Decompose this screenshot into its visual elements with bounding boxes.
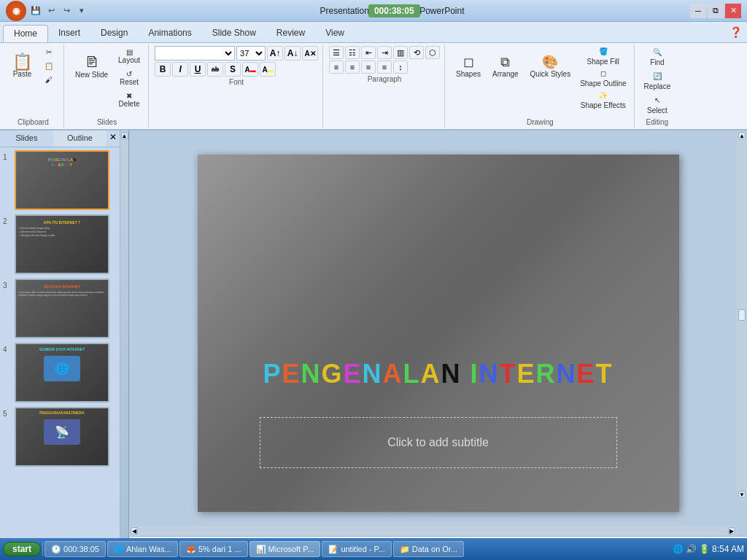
taskbar-item-browser1[interactable]: 🌐 Ahlan Was...	[107, 541, 178, 557]
decrease-font-button[interactable]: A↓	[285, 46, 301, 61]
save-quick-btn[interactable]: 💾	[29, 4, 42, 18]
canvas-scroll-thumb[interactable]	[738, 309, 746, 321]
numbered-list-button[interactable]: ☷	[345, 46, 360, 59]
replace-button[interactable]: 🔄 Replace	[640, 70, 675, 93]
slides-tab[interactable]: Slides	[0, 131, 53, 147]
slide-thumb-1[interactable]: 1 PENGENALAN INTERNET	[3, 150, 117, 210]
increase-indent-button[interactable]: ⇥	[377, 46, 392, 59]
bullet-list-button[interactable]: ☰	[329, 46, 344, 59]
minimize-button[interactable]: ─	[690, 4, 706, 18]
shadow-button[interactable]: S	[225, 62, 241, 77]
taskbar-item-notepad[interactable]: 📝 untitled - P...	[322, 541, 391, 557]
font-size-select[interactable]: 37	[236, 46, 266, 61]
scrollbar-up-button[interactable]: ▲	[121, 132, 128, 139]
quick-access-toolbar: 💾 ↩ ↪ ▾	[29, 4, 88, 18]
restore-button[interactable]: ⧉	[708, 4, 724, 18]
italic-button[interactable]: I	[172, 62, 188, 77]
shapes-button[interactable]: ◻ Shapes	[451, 46, 486, 87]
tab-design[interactable]: Design	[90, 25, 138, 42]
justify-button[interactable]: ≡	[377, 61, 392, 74]
undo-quick-btn[interactable]: ↩	[44, 4, 58, 18]
slide3-thumb-content: Lorem ipsum dolor sit amet consectetur a…	[16, 290, 108, 298]
start-button[interactable]: start	[3, 542, 41, 556]
bold-button[interactable]: B	[155, 62, 171, 77]
select-button[interactable]: ↖ Select	[640, 94, 675, 117]
copy-button[interactable]: 📋	[39, 60, 59, 72]
tab-view[interactable]: View	[315, 25, 355, 42]
align-left-button[interactable]: ≡	[329, 61, 344, 74]
find-button[interactable]: 🔍 Find	[640, 46, 675, 69]
letter-G: G	[321, 359, 343, 389]
increase-font-button[interactable]: A↑	[267, 46, 283, 61]
tray-network-icon[interactable]: 🌐	[673, 544, 684, 554]
shape-effects-label: Shape Effects	[581, 101, 626, 109]
font-highlight-button[interactable]: A▬	[260, 62, 276, 77]
canvas-scroll-down[interactable]: ▼	[738, 491, 746, 498]
tray-battery-icon[interactable]: 🔋	[699, 544, 710, 554]
panel-scrollbar[interactable]: ▲ ▼	[120, 131, 129, 560]
taskbar-item-timer[interactable]: 🕐 000:38:05	[44, 541, 106, 557]
close-button[interactable]: ✕	[725, 4, 741, 18]
delete-slide-button[interactable]: ✖ Delete	[115, 90, 144, 110]
office-button[interactable]: ◉	[6, 1, 26, 21]
decrease-indent-button[interactable]: ⇤	[361, 46, 376, 59]
canvas-scroll-up[interactable]: ▲	[738, 132, 746, 139]
slide-thumb-2[interactable]: 2 APA ITU INTERNET ? ● Internet adalah j…	[3, 214, 117, 274]
text-direction-button[interactable]: ⟲	[409, 46, 424, 59]
taskbar-item-powerpoint[interactable]: 📊 Microsoft P...	[249, 541, 321, 557]
slide-thumb-3[interactable]: 3 SEJARAH INTERNET Lorem ipsum dolor sit…	[3, 279, 117, 338]
find-icon: 🔍	[653, 48, 662, 56]
arrange-button[interactable]: ⧉ Arrange	[487, 46, 524, 87]
shape-fill-button[interactable]: 🪣 Shape Fill	[577, 46, 629, 67]
panel-close-button[interactable]: ✕	[107, 131, 120, 147]
tab-insert[interactable]: Insert	[48, 25, 90, 42]
taskbar-icon-firefox: 🦊	[186, 545, 196, 554]
slide-canvas[interactable]: PENGENALAN INTERNET Click to add subtitl…	[198, 155, 679, 512]
line-spacing-button[interactable]: ↕	[393, 61, 408, 74]
customize-quick-btn[interactable]: ▾	[75, 4, 88, 18]
canvas-scroll-left[interactable]: ◀	[131, 527, 138, 534]
cut-button[interactable]: ✂	[39, 46, 59, 58]
paste-button[interactable]: 📋 Paste	[7, 46, 37, 87]
font-color-button[interactable]: A▬	[242, 62, 258, 77]
reset-button[interactable]: ↺ Reset	[115, 68, 144, 88]
tab-animations[interactable]: Animations	[138, 25, 201, 42]
layout-button[interactable]: ▤ Layout	[115, 46, 144, 66]
canvas-scrollbar-v[interactable]: ▲ ▼	[737, 131, 747, 499]
tab-review[interactable]: Review	[266, 25, 315, 42]
taskbar-item-explorer[interactable]: 📁 Data on Or...	[393, 541, 464, 557]
subtitle-placeholder[interactable]: Click to add subtitle	[260, 417, 617, 468]
tray-clock[interactable]: 8:54 AM	[712, 544, 744, 554]
shape-effects-button[interactable]: ✨ Shape Effects	[577, 90, 629, 111]
letter-N4: N	[479, 359, 500, 389]
tray-volume-icon[interactable]: 🔊	[686, 544, 697, 554]
align-center-button[interactable]: ≡	[345, 61, 360, 74]
help-button[interactable]: ❓	[727, 25, 744, 39]
smartart-button[interactable]: ⬡	[425, 46, 440, 59]
paste-icon: 📋	[12, 54, 32, 70]
new-slide-button[interactable]: 🖹 New Slide	[70, 46, 113, 87]
format-painter-button[interactable]: 🖌	[39, 74, 59, 86]
letter-L: L	[403, 359, 421, 389]
tab-slideshow[interactable]: Slide Show	[202, 25, 266, 42]
letter-N: N	[301, 359, 321, 389]
tab-home[interactable]: Home	[3, 25, 48, 42]
slide-title[interactable]: PENGENALAN INTERNET	[212, 359, 665, 389]
align-right-button[interactable]: ≡	[361, 61, 376, 74]
outline-tab[interactable]: Outline	[53, 131, 107, 147]
redo-quick-btn[interactable]: ↪	[60, 4, 73, 18]
slide-thumb-4[interactable]: 4 SUMBER DAYA INTERNET 🌐	[3, 343, 117, 402]
quick-styles-button[interactable]: 🎨 Quick Styles	[525, 46, 576, 87]
slide-thumb-5[interactable]: 5 PENGGUNAAN MULTIMEDIA 📡	[3, 407, 117, 467]
font-name-select[interactable]	[155, 46, 235, 61]
taskbar-item-firefox[interactable]: 🦊 5% dari 1 ...	[179, 541, 248, 557]
underline-button[interactable]: U	[190, 62, 206, 77]
canvas-scrollbar-h[interactable]: ◀ ▶	[129, 526, 737, 536]
shape-outline-button[interactable]: ◻ Shape Outline	[577, 68, 629, 89]
taskbar-icon-browser1: 🌐	[114, 545, 124, 554]
shape-effects-icon: ✨	[599, 91, 608, 99]
clear-format-button[interactable]: A✕	[302, 46, 318, 61]
canvas-scroll-right[interactable]: ▶	[728, 527, 735, 534]
columns-button[interactable]: ▥	[393, 46, 408, 59]
strikethrough-button[interactable]: ab	[207, 62, 223, 77]
